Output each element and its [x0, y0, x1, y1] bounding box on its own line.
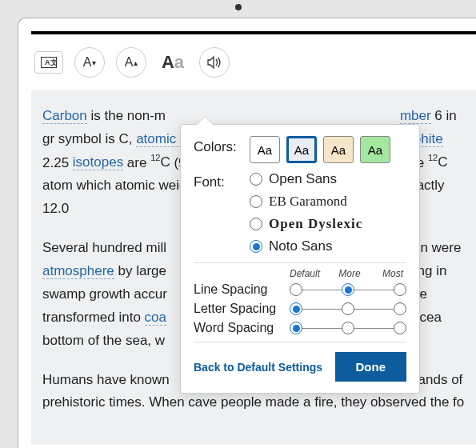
slider-stop[interactable]: [394, 283, 406, 296]
camera-dot: [235, 4, 242, 10]
font-row: Font: Open SansEB GaramondOpen DyslexicN…: [194, 171, 406, 254]
link-atmosphere[interactable]: atmosphere: [42, 263, 114, 279]
slider-stop[interactable]: [290, 283, 302, 296]
font-name: Noto Sans: [269, 238, 332, 254]
spacing-rows: Line SpacingLetter SpacingWord Spacing: [194, 282, 406, 335]
font-name: Open Dyslexic: [269, 216, 362, 232]
colors-row: Colors: Aa Aa Aa Aa: [194, 136, 406, 163]
radio-icon: [250, 195, 262, 208]
spacing-slider[interactable]: [290, 302, 406, 315]
color-swatch-white[interactable]: Aa: [250, 136, 280, 163]
link-isotopes[interactable]: isotopes: [73, 154, 123, 170]
slider-stop[interactable]: [342, 283, 354, 296]
font-name: EB Garamond: [269, 194, 347, 210]
reset-link[interactable]: Back to Default Settings: [194, 361, 322, 374]
spacing-row-letter-spacing: Letter Spacing: [194, 302, 406, 316]
text-settings-button[interactable]: Aa: [158, 47, 188, 78]
done-button[interactable]: Done: [335, 352, 407, 382]
svg-text:A: A: [45, 58, 50, 66]
toolbar: A 文 A▾ A▴ Aa: [31, 44, 476, 90]
radio-icon: [250, 240, 262, 253]
speaker-icon: [206, 55, 222, 70]
slider-stop[interactable]: [290, 322, 302, 334]
font-option-noto-sans[interactable]: Noto Sans: [250, 238, 362, 254]
spacing-header-default: Default: [290, 268, 320, 279]
spacing-row-line-spacing: Line Spacing: [194, 282, 406, 297]
spacing-header-more: More: [336, 268, 363, 279]
spacing-header-most: Most: [379, 268, 406, 279]
color-swatch-sepia[interactable]: Aa: [323, 136, 354, 163]
text-decrease-button[interactable]: A▾: [74, 47, 105, 78]
slider-stop[interactable]: [290, 302, 302, 315]
spacing-label: Line Spacing: [194, 282, 290, 297]
color-swatches: Aa Aa Aa Aa: [250, 136, 390, 163]
radio-icon: [250, 218, 262, 230]
font-name: Open Sans: [269, 171, 337, 187]
spacing-row-word-spacing: Word Spacing: [194, 321, 406, 335]
link-number[interactable]: mber: [400, 108, 431, 124]
text-increase-button[interactable]: A▴: [116, 47, 146, 78]
font-option-eb-garamond[interactable]: EB Garamond: [250, 194, 362, 210]
window-frame: A 文 A▾ A▴ Aa Carbon is the non-m: [18, 18, 476, 448]
slider-stop[interactable]: [394, 302, 406, 315]
translate-button[interactable]: A 文: [34, 51, 63, 74]
spacing-slider[interactable]: [290, 283, 406, 296]
spacing-slider[interactable]: [290, 322, 406, 334]
top-divider: [31, 31, 476, 34]
link-carbon[interactable]: Carbon: [42, 108, 87, 124]
popover-footer: Back to Default Settings Done: [194, 352, 406, 382]
popover-divider: [194, 262, 406, 263]
translate-icon: A 文: [41, 57, 57, 68]
radio-icon: [250, 173, 262, 186]
text-settings-popover: Colors: Aa Aa Aa Aa Font: Open SansEB Ga…: [180, 124, 420, 394]
font-option-open-dyslexic[interactable]: Open Dyslexic: [250, 216, 362, 232]
slider-stop[interactable]: [342, 322, 354, 334]
link-coal[interactable]: coa: [145, 310, 166, 326]
popover-divider-2: [194, 342, 406, 342]
color-swatch-green[interactable]: Aa: [360, 136, 390, 163]
spacing-label: Word Spacing: [194, 321, 290, 335]
colors-label: Colors:: [194, 136, 240, 155]
spacing-label: Letter Spacing: [194, 302, 290, 316]
font-options: Open SansEB GaramondOpen DyslexicNoto Sa…: [250, 171, 362, 254]
svg-text:文: 文: [50, 58, 57, 66]
color-swatch-blue[interactable]: Aa: [286, 136, 317, 163]
font-option-open-sans[interactable]: Open Sans: [250, 171, 362, 187]
font-label: Font:: [194, 171, 240, 190]
slider-stop[interactable]: [342, 302, 354, 315]
spacing-headers: DefaultMoreMost: [194, 268, 406, 279]
text-to-speech-button[interactable]: [199, 47, 230, 78]
slider-stop[interactable]: [394, 322, 406, 334]
